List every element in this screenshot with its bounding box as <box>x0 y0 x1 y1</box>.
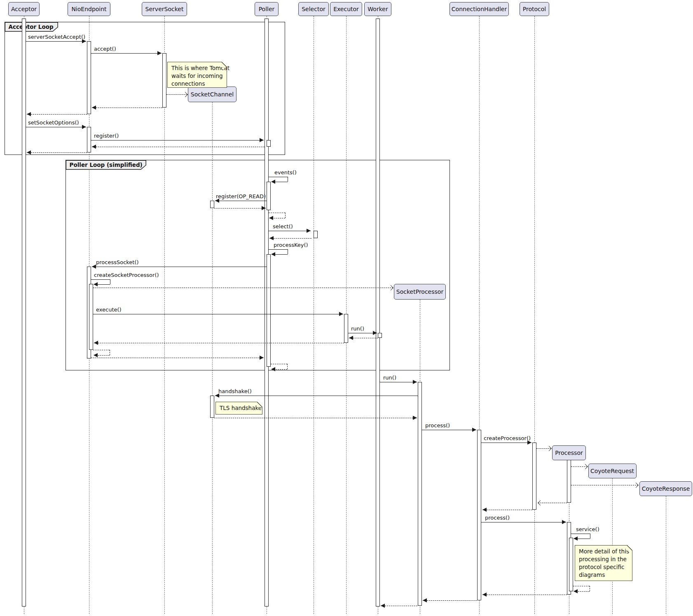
note-fold-icon <box>627 545 632 550</box>
message-line <box>590 534 590 539</box>
arrowhead-icon <box>413 416 417 420</box>
arrowhead-icon <box>271 367 275 371</box>
arrowhead-open-icon <box>538 500 543 506</box>
note-text-line: This is where Tomcat <box>171 64 223 72</box>
arrowhead-icon <box>94 282 98 286</box>
message-line <box>285 213 286 218</box>
arrowhead-icon <box>271 252 275 256</box>
message-label: events() <box>274 169 297 176</box>
arrowhead-open-icon <box>546 446 552 451</box>
activation-bar <box>314 231 318 238</box>
message-line <box>381 606 417 606</box>
note: TLS handshake <box>215 402 262 415</box>
message-line <box>26 127 86 127</box>
arrowhead-icon <box>339 312 343 316</box>
note-text-line: More detail of this <box>579 548 628 555</box>
activation-bar <box>267 182 271 210</box>
activation-bar <box>87 127 91 152</box>
arrowhead-icon <box>94 353 98 357</box>
arrowhead-icon <box>260 138 264 142</box>
message-line <box>91 279 110 280</box>
message-line <box>214 208 266 208</box>
arrowhead-open-icon <box>583 464 588 469</box>
message-line <box>349 338 378 338</box>
message-label: process() <box>485 515 510 521</box>
arrowhead-icon <box>574 589 578 593</box>
participant-box-coyoterequest: CoyoteRequest <box>588 464 637 478</box>
participant-box-connectionhandler: ConnectionHandler <box>450 2 509 16</box>
arrowhead-icon <box>472 428 476 432</box>
participant-box-executor: Executor <box>330 2 362 16</box>
message-line <box>380 382 417 382</box>
message-label: run() <box>383 375 396 381</box>
activation-bar <box>210 396 214 418</box>
message-label: createProcessor() <box>484 435 531 441</box>
participant-box-selector: Selector <box>298 2 329 16</box>
note-text-line: TLS handshake <box>220 404 258 412</box>
message-line <box>573 586 590 586</box>
activation-bar <box>418 382 422 606</box>
note-text-line: protocol specific <box>579 563 628 571</box>
arrowhead-icon <box>381 604 385 608</box>
message-line <box>287 364 288 369</box>
message-line <box>269 249 288 250</box>
note-fold-icon <box>257 402 262 407</box>
activation-bar <box>477 430 481 600</box>
activation-bar <box>267 140 271 147</box>
message-label: register(OP_READ) <box>216 193 266 199</box>
arrowhead-icon <box>574 536 578 541</box>
frame-label: Poller Loop (simplified) <box>66 160 146 170</box>
message-line <box>93 288 393 288</box>
arrowhead-icon <box>562 520 566 524</box>
message-label: setSocketOptions() <box>28 119 79 126</box>
lifeline <box>534 16 535 614</box>
participant-box-nioendpoint: NioEndpoint <box>68 2 110 16</box>
message-line <box>269 213 285 213</box>
message-label: accept() <box>94 46 116 52</box>
note: More detail of thisprocessing in theprot… <box>575 545 632 581</box>
message-line <box>571 534 590 534</box>
arrowhead-icon <box>482 508 487 512</box>
message-line <box>571 485 638 485</box>
message-label: processSocket() <box>96 259 139 265</box>
arrowhead-icon <box>94 341 98 345</box>
message-line <box>482 510 532 510</box>
participant-box-coyoteresponse: CoyoteResponse <box>639 481 692 496</box>
message-line <box>288 177 288 182</box>
note: This is where Tomcatwaits for incomingco… <box>167 62 227 88</box>
message-label: service() <box>576 526 599 532</box>
message-line <box>91 358 264 358</box>
lifeline <box>666 496 666 614</box>
note-text-line: diagrams <box>579 571 628 579</box>
message-label: execute() <box>96 307 122 313</box>
message-label: register() <box>94 133 119 139</box>
message-line <box>288 249 288 254</box>
activation-bar <box>22 19 26 607</box>
participant-box-socketprocessor: SocketProcessor <box>394 284 446 300</box>
participant-box-worker: Worker <box>364 2 391 16</box>
sequence-diagram: Acceptor LoopPoller Loop (simplified)ser… <box>0 0 693 616</box>
activation-bar <box>344 314 348 343</box>
activation-bar <box>162 53 166 108</box>
arrowhead-icon <box>82 125 86 129</box>
activation-bar <box>210 201 214 208</box>
arrowhead-icon <box>413 380 417 384</box>
message-line <box>214 418 417 418</box>
message-line <box>27 152 87 153</box>
message-line <box>271 364 287 364</box>
arrowhead-icon <box>92 105 96 110</box>
message-line <box>110 350 110 355</box>
message-label: serverSocketAccept() <box>28 34 85 40</box>
activation-bar <box>376 19 380 607</box>
frame-label: Acceptor Loop <box>5 22 58 32</box>
arrowhead-open-icon <box>633 482 639 488</box>
message-line <box>93 314 343 314</box>
message-label: processKey() <box>274 242 308 248</box>
message-label: createSocketProcessor() <box>94 272 159 278</box>
note-fold-icon <box>222 62 227 67</box>
message-label: process() <box>425 422 450 429</box>
participant-box-poller: Poller <box>255 2 279 16</box>
message-line <box>481 443 531 443</box>
arrowhead-icon <box>307 229 311 233</box>
message-line <box>215 396 418 396</box>
